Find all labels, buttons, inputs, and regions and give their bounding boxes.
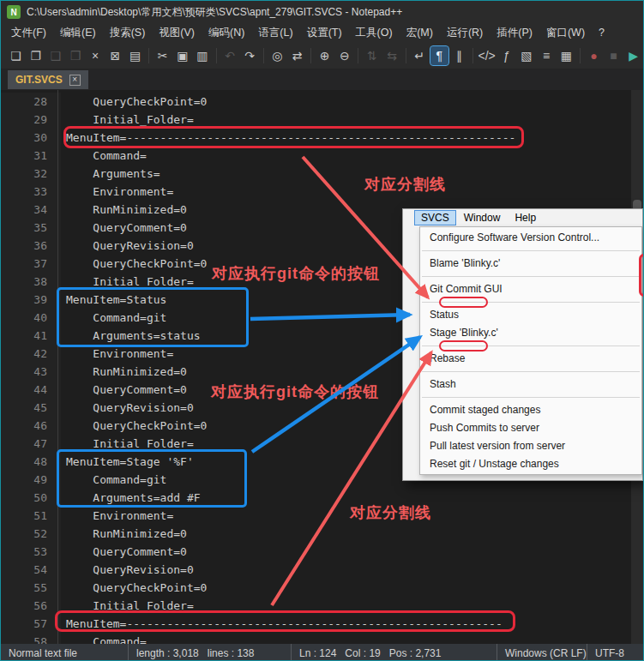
menu-item-12[interactable]: ? xyxy=(592,25,611,40)
tab-close-icon[interactable]: × xyxy=(69,75,81,86)
toolbar-separator xyxy=(310,48,311,63)
menu-item[interactable]: Configure Software Version Control... xyxy=(420,229,641,247)
macro-play-icon[interactable]: ▶ xyxy=(624,46,642,65)
print-icon[interactable]: ▤ xyxy=(126,46,144,65)
code-text: Environment= xyxy=(61,345,173,363)
menu-item[interactable]: Push Commits to server xyxy=(420,419,641,437)
code-text: QueryCheckPoint=0 xyxy=(61,255,207,273)
menu-item-9[interactable]: 运行(R) xyxy=(440,24,490,42)
menu-item[interactable]: Stage 'Blinky.c' xyxy=(420,324,641,342)
annotation-box-separator-line-30 xyxy=(63,126,524,148)
annotation-box-status-block xyxy=(57,287,249,347)
menu-item[interactable]: Pull latest version from server xyxy=(420,437,641,455)
line-number: 45 xyxy=(1,399,61,417)
code-text: RunMinimized=0 xyxy=(61,525,187,543)
replace-icon[interactable]: ⇄ xyxy=(288,46,306,65)
popup-dropdown: Configure Software Version Control...Bla… xyxy=(419,226,642,475)
popup-menu-svcs[interactable]: SVCS xyxy=(415,211,455,225)
separator-line xyxy=(422,397,640,398)
line-number: 38 xyxy=(1,273,61,291)
tab-bar: GIT.SVCS × xyxy=(1,69,643,90)
menu-separator xyxy=(420,273,641,280)
line-number: 35 xyxy=(1,219,61,237)
macro-record-icon[interactable]: ● xyxy=(585,46,603,65)
toolbar-separator xyxy=(216,48,217,63)
menu-item-3[interactable]: 视图(V) xyxy=(152,24,202,42)
redo-icon[interactable]: ↷ xyxy=(241,46,259,65)
annotation-red-sliver xyxy=(639,254,644,297)
zoom-in-icon[interactable]: ⊕ xyxy=(316,46,334,65)
status-section-1: length : 3,018 lines : 138 xyxy=(128,644,291,661)
separator-line xyxy=(422,371,640,372)
menu-item[interactable]: Stash xyxy=(420,376,641,394)
open-file-icon[interactable]: ❐ xyxy=(27,46,45,65)
menu-item-6[interactable]: 设置(T) xyxy=(300,24,349,42)
menu-item[interactable]: Commit staged changes xyxy=(420,401,641,419)
line-number: 49 xyxy=(1,471,61,489)
document-list-icon[interactable]: ≡ xyxy=(538,46,556,65)
code-text: QueryRevision=0 xyxy=(61,237,194,255)
code-text: RunMinimized=0 xyxy=(61,363,187,381)
close-all-icon[interactable]: ⊠ xyxy=(106,46,124,65)
menu-item-10[interactable]: 插件(P) xyxy=(490,24,539,42)
status-section-3: Windows (CR LF) xyxy=(497,644,587,661)
notepadpp-window: N C:\Users\admin\Desktop\常用文档\预研类\SVCS\a… xyxy=(0,0,644,661)
editor-line: 54 QueryRevision=0 xyxy=(1,561,643,579)
line-number: 36 xyxy=(1,237,61,255)
menu-item-7[interactable]: 工具(O) xyxy=(349,24,400,42)
annotation-box-separator-line-57 xyxy=(55,610,515,632)
editor-line: 52 RunMinimized=0 xyxy=(1,525,643,543)
separator-line xyxy=(422,276,640,277)
new-file-icon[interactable]: ❏ xyxy=(7,46,25,65)
popup-menubar: SVCSWindowHelp xyxy=(403,209,642,226)
menu-separator xyxy=(420,298,641,306)
save-file-icon: ❑ xyxy=(46,46,64,65)
title-bar[interactable]: N C:\Users\admin\Desktop\常用文档\预研类\SVCS\a… xyxy=(1,1,643,23)
clipboard-history-icon[interactable]: ▦ xyxy=(557,46,575,65)
code-text: QueryCheckPoint=0 xyxy=(61,93,207,111)
code-text: Command= xyxy=(61,633,147,644)
paste-icon[interactable]: ▥ xyxy=(193,46,211,65)
copy-icon[interactable]: ▣ xyxy=(173,46,191,65)
find-icon[interactable]: ◎ xyxy=(268,46,286,65)
menu-item-11[interactable]: 窗口(W) xyxy=(539,24,592,42)
html-preview-icon[interactable]: </> xyxy=(478,46,496,65)
indent-guide-icon[interactable]: ∥ xyxy=(450,46,468,65)
separator-line xyxy=(422,250,640,251)
menu-item[interactable]: Git Commit GUI xyxy=(420,280,641,298)
popup-menu-window[interactable]: Window xyxy=(458,211,507,225)
annotation-box-stage-block xyxy=(57,449,247,508)
document-map-icon[interactable]: ▧ xyxy=(517,46,535,65)
line-number: 53 xyxy=(1,543,61,561)
menu-item-1[interactable]: 编辑(E) xyxy=(53,24,103,42)
status-bar: Normal text filelength : 3,018 lines : 1… xyxy=(1,644,643,661)
menu-item[interactable]: Blame 'Blinky.c' xyxy=(420,255,641,273)
menu-item[interactable]: Reset git / Unstage changes xyxy=(420,455,641,473)
menu-item[interactable]: Status xyxy=(420,306,641,324)
menu-bar: 文件(F)编辑(E)搜索(S)视图(V)编码(N)语言(L)设置(T)工具(O)… xyxy=(1,23,643,42)
code-text: Arguments= xyxy=(61,165,160,183)
menu-item-4[interactable]: 编码(N) xyxy=(202,24,251,42)
close-file-icon[interactable]: × xyxy=(87,46,105,65)
zoom-out-icon[interactable]: ⊖ xyxy=(335,46,353,65)
status-section-2: Ln : 124 Col : 19 Pos : 2,731 xyxy=(291,644,497,661)
menu-item[interactable]: Rebase xyxy=(420,350,641,368)
popup-menu-help[interactable]: Help xyxy=(509,211,542,225)
cut-icon[interactable]: ✂ xyxy=(153,46,172,65)
toolbar-separator xyxy=(406,48,406,63)
menu-item-5[interactable]: 语言(L) xyxy=(251,24,299,42)
menu-item-8[interactable]: 宏(M) xyxy=(400,24,440,42)
word-wrap-icon[interactable]: ↵ xyxy=(411,46,429,65)
function-list-icon[interactable]: ƒ xyxy=(497,46,515,65)
menu-item-2[interactable]: 搜索(S) xyxy=(103,24,153,42)
menu-separator xyxy=(420,342,641,350)
menu-item-0[interactable]: 文件(F) xyxy=(4,24,53,42)
tab-git-svcs[interactable]: GIT.SVCS × xyxy=(8,70,88,89)
notepadpp-icon: N xyxy=(7,5,21,19)
line-number: 30 xyxy=(1,129,61,147)
toolbar: ❏❐❑❒×⊠▤✂▣▥↶↷◎⇄⊕⊖⇅⇆↵¶∥</>ƒ▧≡▦●■▶ xyxy=(1,42,643,69)
annotation-label-split-1: 对应分割线 xyxy=(364,174,446,195)
show-all-characters-icon[interactable]: ¶ xyxy=(430,46,448,65)
line-number: 34 xyxy=(1,201,61,219)
line-number: 41 xyxy=(1,327,61,345)
